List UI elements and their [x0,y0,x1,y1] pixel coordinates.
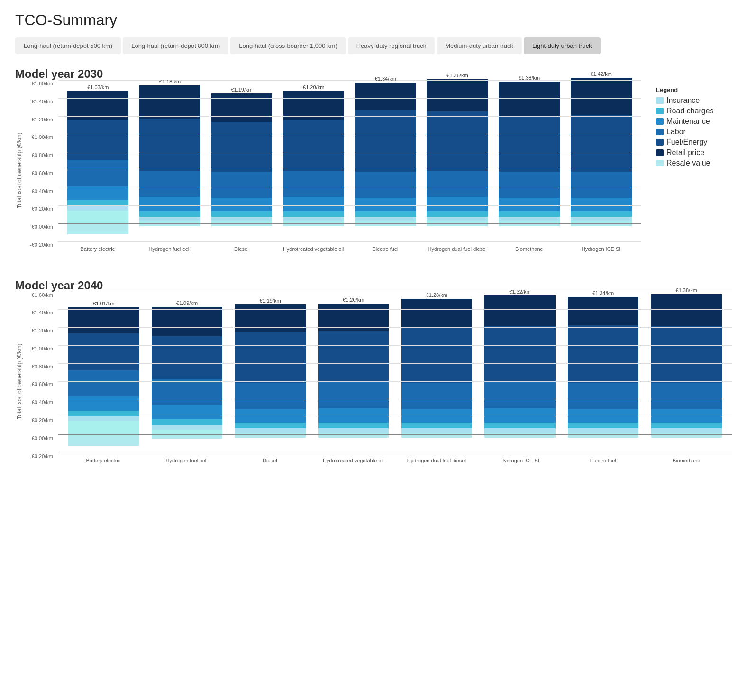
y-tick-label: €1.20/km [32,328,55,346]
chart-2040-title: Model year 2040 [15,279,732,292]
x-axis-label: Hydrogen fuel cell [134,246,206,252]
y-axis-2030: €1.60/km€1.40/km€1.20/km€1.00/km€0.80/km… [26,81,58,260]
y-tick-label: €1.40/km [32,99,55,117]
bar-segment-neg_resale [484,435,555,438]
y-tick-label: €0.00/km [32,224,55,242]
bar-segment-road_charges [139,211,200,217]
y-tick-label: €1.60/km [32,81,55,99]
bar-segment-fuel_energy [401,327,472,383]
bar-segment-labor [152,379,222,405]
tab-2[interactable]: Long-haul (cross-boarder 1,000 km) [230,37,346,54]
legend-item: Insurance [656,96,732,105]
bar-segment-resale [67,211,128,224]
bar-group: €1.28/km [395,292,479,453]
bar-total-label: €1.20/km [303,84,324,90]
bar-segment-maintenance [401,409,472,423]
legend-item: Road charges [656,107,732,115]
bar-total-label: €1.01/km [93,301,114,306]
y-axis-2040: €1.60/km€1.40/km€1.20/km€1.00/km€0.80/km… [26,292,58,471]
bar-segment-retail_price [568,297,638,325]
tab-4[interactable]: Medium-duty urban truck [437,37,522,54]
bar-segment-road_charges [152,419,222,425]
bar-segment-fuel_energy [68,333,139,370]
bar-group: €1.01/km [62,292,146,453]
x-axis-label: Hydrogen ICE SI [478,457,562,464]
bar-segment-fuel_energy [651,326,722,383]
bar-group: €1.19/km [206,81,278,242]
bar-segment-labor [427,171,488,197]
bar-group: €1.09/km [146,292,229,453]
legend-item: Labor [656,128,732,136]
bar-total-label: €1.19/km [231,87,252,92]
x-axis-label: Hydrogen dual fuel diesel [395,457,478,464]
bar-group: €1.32/km [478,292,562,453]
bar-segment-fuel_energy [427,111,488,171]
bar-segment-road_charges [571,211,632,217]
bar-group: €1.03/km [62,81,134,242]
legend-title: Legend [656,86,732,93]
bar-segment-fuel_energy [355,110,416,172]
legend-color-box [656,108,664,114]
bar-total-label: €1.28/km [426,292,447,298]
bar-segment-maintenance [318,408,389,423]
y-tick-label: -€0.20/km [30,453,55,471]
bar-total-label: €1.03/km [87,84,109,90]
bar-segment-fuel_energy [499,116,560,172]
x-axis-label: Diesel [228,457,312,464]
y-tick-label: €0.80/km [32,152,55,170]
x-axis-label: Hydrogen ICE SI [565,246,637,252]
bar-total-label: €1.38/km [519,75,540,81]
bar-segment-insurance [139,217,200,221]
bar-total-label: €1.38/km [676,287,697,293]
legend-item: Fuel/Energy [656,138,732,147]
bar-segment-retail_price [651,294,722,326]
bar-segment-retail_price [571,78,632,115]
bar-group: €1.38/km [645,292,728,453]
bar-segment-insurance [571,217,632,221]
bar-segment-road_charges [67,200,128,206]
legend-items: InsuranceRoad chargesMaintenanceLaborFue… [656,96,732,167]
tab-0[interactable]: Long-haul (return-depot 500 km) [15,37,121,54]
bar-segment-fuel_energy [152,336,222,379]
bar-total-label: €1.32/km [509,289,530,295]
bar-segment-insurance [67,206,128,211]
bar-segment-neg_resale [67,224,128,234]
bar-segment-neg_resale [283,224,344,226]
bar-segment-fuel_energy [568,325,638,383]
bar-segment-fuel_energy [67,120,128,160]
y-axis-label-2040: Total cost of ownership (€/km) [15,301,24,462]
bar-segment-road_charges [235,423,305,428]
tab-1[interactable]: Long-haul (return-depot 800 km) [123,37,228,54]
bar-segment-neg_resale [68,435,139,446]
bar-segment-insurance [499,217,560,221]
y-tick-label: €1.20/km [32,117,55,135]
x-axis-label: Hydrogen dual fuel diesel [421,246,493,252]
bar-segment-neg_resale [211,224,273,226]
bar-segment-labor [499,172,560,198]
bar-total-label: €1.42/km [591,71,612,77]
bar-segment-maintenance [499,198,560,211]
bar-total-label: €1.09/km [176,300,198,306]
x-labels-2040: Battery electricHydrogen fuel cellDiesel… [58,453,732,464]
bar-segment-road_charges [355,211,416,217]
bar-segment-labor [651,383,722,409]
y-tick-label: €0.20/km [32,206,55,224]
bar-segment-maintenance [571,198,632,211]
bar-segment-road_charges [427,211,488,217]
bar-segment-retail_price [152,307,222,336]
bar-segment-road_charges [484,423,555,428]
bar-segment-retail_price [318,304,389,331]
bar-segment-insurance [355,217,416,221]
tab-5[interactable]: Light-duty urban truck [524,37,601,54]
bar-segment-labor [235,383,305,409]
y-tick-label: -€0.20/km [30,242,55,260]
bar-group: €1.18/km [134,81,206,242]
legend: Legend InsuranceRoad chargesMaintenanceL… [656,67,732,260]
y-axis-label-2030: Total cost of ownership (€/km) [15,90,24,251]
bar-segment-fuel_energy [139,119,200,171]
bar-segment-retail_price [401,299,472,327]
bar-group: €1.34/km [350,81,422,242]
bar-segment-resale [68,421,139,435]
tab-3[interactable]: Heavy-duty regional truck [348,37,435,54]
bar-segment-fuel_energy [318,331,389,382]
